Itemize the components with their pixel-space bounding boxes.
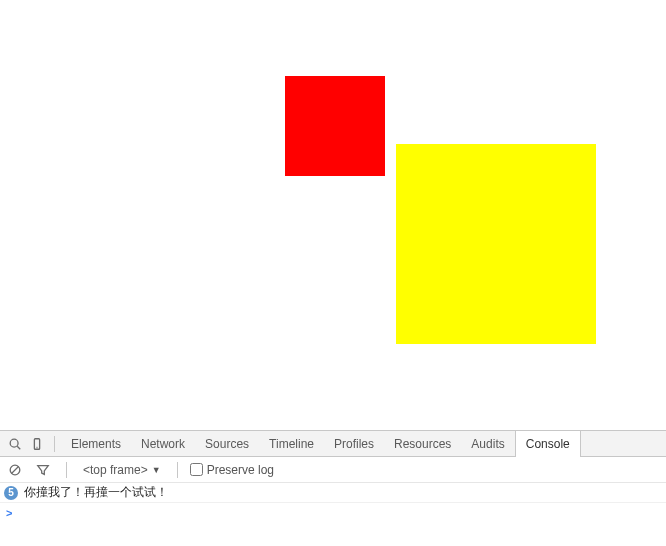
tab-resources[interactable]: Resources xyxy=(384,431,461,456)
preserve-log-toggle[interactable]: Preserve log xyxy=(190,463,274,477)
inspect-icon[interactable] xyxy=(4,431,26,456)
page-viewport[interactable] xyxy=(0,0,666,430)
frame-label: <top frame> xyxy=(83,463,148,477)
console-input-row[interactable]: > xyxy=(0,503,666,523)
prompt-icon: > xyxy=(6,507,12,519)
tab-network[interactable]: Network xyxy=(131,431,195,456)
chevron-down-icon: ▼ xyxy=(152,465,161,475)
devtools-panel: Elements Network Sources Timeline Profil… xyxy=(0,430,666,546)
console-log[interactable]: 5 你撞我了！再撞一个试试！ > xyxy=(0,483,666,546)
tab-elements[interactable]: Elements xyxy=(61,431,131,456)
tab-audits[interactable]: Audits xyxy=(461,431,514,456)
filter-icon[interactable] xyxy=(32,457,54,482)
tab-console[interactable]: Console xyxy=(515,431,581,456)
preserve-log-checkbox[interactable] xyxy=(190,463,203,476)
clear-console-icon[interactable] xyxy=(4,457,26,482)
svg-line-1 xyxy=(17,446,20,449)
log-count-badge: 5 xyxy=(4,486,18,500)
preserve-log-label: Preserve log xyxy=(207,463,274,477)
console-toolbar: <top frame> ▼ Preserve log xyxy=(0,457,666,483)
tab-timeline[interactable]: Timeline xyxy=(259,431,324,456)
red-square[interactable] xyxy=(285,76,385,176)
log-entry: 5 你撞我了！再撞一个试试！ xyxy=(0,483,666,503)
log-message: 你撞我了！再撞一个试试！ xyxy=(24,484,168,501)
separator xyxy=(66,462,67,478)
separator xyxy=(177,462,178,478)
tab-profiles[interactable]: Profiles xyxy=(324,431,384,456)
tab-sources[interactable]: Sources xyxy=(195,431,259,456)
yellow-square[interactable] xyxy=(396,144,596,344)
device-icon[interactable] xyxy=(26,431,48,456)
separator xyxy=(54,436,55,452)
svg-line-5 xyxy=(12,466,19,473)
frame-selector[interactable]: <top frame> ▼ xyxy=(79,463,165,477)
devtools-tabbar: Elements Network Sources Timeline Profil… xyxy=(0,431,666,457)
svg-point-0 xyxy=(10,439,18,447)
